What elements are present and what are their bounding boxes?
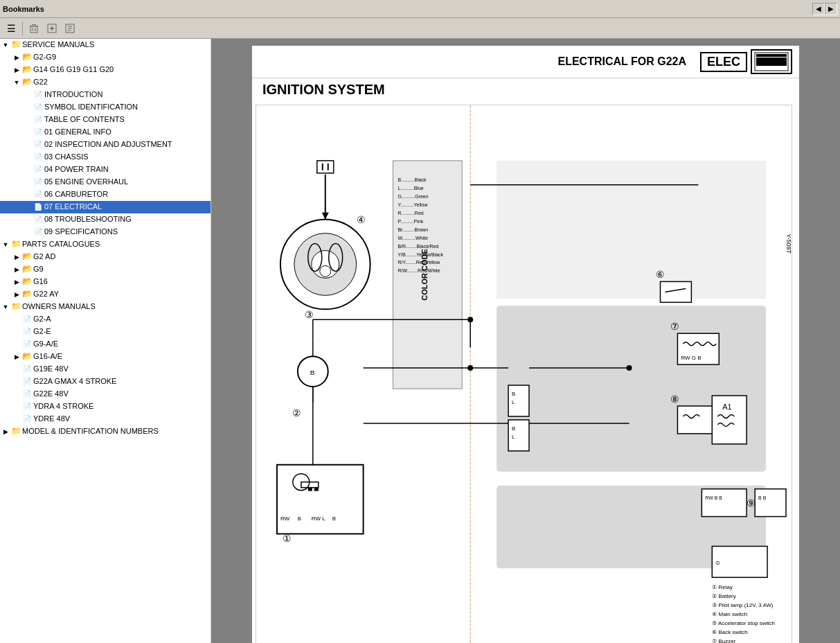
sidebar-item-ydre-48v[interactable]: 📄YDRE 48V: [0, 413, 211, 425]
page-icon: 📄: [33, 102, 43, 112]
sidebar-item-07-electrical[interactable]: 📄07 ELECTRICAL: [0, 201, 211, 213]
toolbar-menu-btn[interactable]: ☰: [3, 21, 19, 36]
svg-text:RW L: RW L: [312, 516, 325, 522]
sidebar-item-g2-ad[interactable]: ▶📂G2 AD: [0, 251, 211, 263]
sidebar-item-ydra-4stroke[interactable]: 📄YDRA 4 STROKE: [0, 400, 211, 413]
svg-text:② Battery: ② Battery: [712, 593, 735, 599]
sidebar-item-g16-ae[interactable]: ▶📂G16-A/E: [0, 351, 211, 363]
window-title: Bookmarks: [3, 5, 44, 13]
sidebar-item-01-general[interactable]: 📄01 GENERAL INFO: [0, 126, 211, 139]
svg-text:①: ①: [283, 533, 292, 544]
tree-item-label: YDRE 48V: [33, 414, 70, 424]
svg-text:A1: A1: [722, 403, 731, 411]
svg-text:L..........Blue: L..........Blue: [397, 186, 423, 191]
elec-header: ELECTRICAL FOR G22A ELEC: [252, 46, 799, 78]
sidebar-item-g22a-gmax[interactable]: 📄G22A GMAX 4 STROKE: [0, 376, 211, 388]
folder-icon: 📂: [22, 252, 32, 261]
tree-item-label: 07 ELECTRICAL: [44, 202, 102, 212]
tree-expander[interactable]: ▶: [11, 252, 22, 263]
sidebar-item-08-troubleshoot[interactable]: 📄08 TROUBLESHOOTING: [0, 213, 211, 226]
svg-text:B: B: [512, 425, 515, 432]
sidebar-item-service-manuals[interactable]: ▼📁SERVICE MANUALS: [0, 39, 211, 51]
tree-item-label: SYMBOL IDENTIFICATION: [44, 102, 138, 112]
page-icon: 📄: [33, 202, 43, 211]
svg-text:⑧: ⑧: [670, 394, 679, 405]
tree-expander[interactable]: ▶: [11, 289, 22, 300]
toolbar-delete-btn[interactable]: [26, 21, 42, 36]
tree-expander[interactable]: ▶: [0, 426, 11, 437]
toolbar-properties-btn[interactable]: [62, 21, 78, 36]
sidebar-item-03-chassis[interactable]: 📄03 CHASSIS: [0, 151, 211, 164]
tree-expander[interactable]: ▶: [11, 351, 22, 362]
page-icon: 📄: [22, 376, 32, 386]
page-icon: 📄: [33, 214, 43, 224]
sidebar-item-table-of-contents[interactable]: 📄TABLE OF CONTENTS: [0, 114, 211, 126]
svg-text:③: ③: [305, 309, 314, 320]
svg-point-102: [467, 317, 473, 322]
nav-back-btn[interactable]: ◀: [812, 3, 825, 15]
sidebar-item-g16[interactable]: ▶📂G16: [0, 276, 211, 288]
nav-forward-btn[interactable]: ▶: [825, 3, 837, 15]
sidebar-item-g2-a[interactable]: 📄G2-A: [0, 313, 211, 326]
tree-item-label: 01 GENERAL INFO: [44, 127, 111, 137]
tree-item-label: G16: [33, 276, 48, 287]
sidebar-item-g2-e[interactable]: 📄G2-E: [0, 326, 211, 338]
sidebar-item-parts-catalogues[interactable]: ▼📁PARTS CATALOGUES: [0, 238, 211, 251]
sidebar-item-g22-ay[interactable]: ▶📂G22 AY: [0, 288, 211, 301]
sidebar-item-owners-manuals[interactable]: ▼📁OWNERS MANUALS: [0, 301, 211, 313]
svg-rect-14: [756, 54, 787, 57]
tree-item-label: INTRODUCTION: [44, 89, 102, 100]
tree-expander[interactable]: ▼: [0, 39, 11, 51]
sidebar-item-g14-g16[interactable]: ▶📂G14 G16 G19 G11 G20: [0, 64, 211, 76]
svg-text:RW B B: RW B B: [705, 495, 722, 500]
page-icon: 📄: [22, 401, 32, 411]
page-icon: 📄: [33, 127, 43, 136]
sidebar-item-g2-g9[interactable]: ▶📂G2-G9: [0, 51, 211, 64]
svg-text:Y..........Yellow: Y..........Yellow: [397, 202, 428, 207]
svg-rect-57: [497, 161, 766, 299]
sidebar-item-g22[interactable]: ▼📂G22: [0, 76, 211, 89]
tree-item-label: G2-E: [33, 326, 51, 337]
svg-point-103: [467, 365, 473, 371]
svg-rect-70: [702, 489, 747, 517]
tree-item-label: G9: [33, 264, 44, 274]
sidebar-item-g22e-48v[interactable]: 📄G22E 48V: [0, 388, 211, 400]
svg-text:① Relay: ① Relay: [712, 584, 733, 590]
tree-expander[interactable]: ▶: [11, 264, 22, 275]
sidebar-item-g9[interactable]: ▶📂G9: [0, 263, 211, 276]
tree-item-label: 02 INSPECTION AND ADJUSTMENT: [44, 139, 172, 150]
sidebar-item-g19e-48v[interactable]: 📄G19E 48V: [0, 363, 211, 376]
tree-expander[interactable]: ▼: [11, 77, 22, 88]
tree-expander[interactable]: ▶: [11, 64, 22, 76]
svg-rect-72: [755, 489, 786, 517]
svg-text:B: B: [298, 516, 301, 522]
svg-text:⑦ Buzzer: ⑦ Buzzer: [712, 638, 735, 643]
sidebar-item-04-power[interactable]: 📄04 POWER TRAIN: [0, 164, 211, 176]
diagram-title: IGNITION SYSTEM: [252, 78, 799, 101]
tree-expander[interactable]: ▼: [0, 301, 11, 312]
svg-rect-80: [308, 488, 312, 491]
toolbar-add-btn[interactable]: [44, 21, 60, 36]
tree-expander[interactable]: ▼: [0, 239, 11, 250]
tree-expander[interactable]: ▶: [11, 52, 22, 63]
wiring-diagram: COLOR CODE B..........Black L..........B…: [256, 105, 792, 643]
svg-text:R/Y........Red/Yellow: R/Y........Red/Yellow: [397, 260, 440, 265]
sidebar-item-symbol-id[interactable]: 📄SYMBOL IDENTIFICATION: [0, 101, 211, 114]
tree-item-label: G22E 48V: [33, 389, 69, 399]
svg-rect-42: [317, 161, 334, 173]
tree-item-label: G22A GMAX 4 STROKE: [33, 376, 116, 387]
sidebar-item-g9-ae[interactable]: 📄G9-A/E: [0, 338, 211, 351]
sidebar-item-model-id[interactable]: ▶📁MODEL & IDENTIFICATION NUMBERS: [0, 425, 211, 438]
svg-point-104: [627, 365, 632, 371]
sidebar-item-introduction[interactable]: 📄INTRODUCTION: [0, 89, 211, 101]
page-icon: 📄: [22, 314, 32, 324]
sidebar-item-05-engine[interactable]: 📄05 ENGINE OVERHAUL: [0, 176, 211, 188]
sidebar-item-06-carb[interactable]: 📄06 CARBURETOR: [0, 188, 211, 201]
sidebar-item-09-spec[interactable]: 📄09 SPECIFICATIONS: [0, 226, 211, 238]
sidebar-item-02-inspection[interactable]: 📄02 INSPECTION AND ADJUSTMENT: [0, 139, 211, 151]
tree-expander[interactable]: ▶: [11, 276, 22, 288]
svg-text:⑥: ⑥: [656, 269, 665, 280]
content-area[interactable]: ELECTRICAL FOR G22A ELEC IGNITION SYSTEM: [211, 39, 840, 643]
page-icon: 📄: [33, 189, 43, 199]
svg-text:B: B: [310, 369, 315, 376]
